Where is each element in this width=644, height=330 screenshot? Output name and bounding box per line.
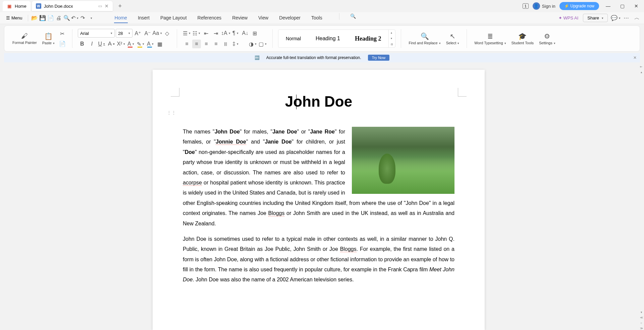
text-color2-icon[interactable]: A▾ — [146, 40, 155, 48]
increase-indent-icon[interactable]: ⇥ — [212, 29, 220, 38]
style-down-icon[interactable]: ▾ — [389, 36, 395, 41]
upgrade-button[interactable]: ⚡ Upgrade now — [559, 2, 599, 10]
font-color-icon[interactable]: A▾ — [126, 40, 135, 48]
numbering-icon[interactable]: ☷▾ — [192, 29, 201, 38]
text-direction-icon[interactable]: ↕A▾ — [221, 29, 230, 38]
align-right-icon[interactable]: ≡ — [202, 40, 211, 48]
underline-icon[interactable]: U▾ — [97, 40, 106, 48]
shading-icon[interactable]: ▦ — [156, 40, 164, 48]
align-left-icon[interactable]: ≡ — [182, 40, 191, 48]
document-body[interactable]: The names "John Doe" for males, "Jane Do… — [183, 127, 454, 285]
strikethrough-icon[interactable]: A▾ — [107, 40, 116, 48]
style-more-icon[interactable]: ⊟ — [389, 42, 395, 47]
bullets-icon[interactable]: ☰▾ — [182, 29, 191, 38]
close-button[interactable]: ✕ — [631, 1, 641, 11]
tab-home[interactable]: Home — [114, 13, 128, 23]
document-page[interactable]: ⋮⋮ John Doe The names "John Doe" for mal… — [153, 70, 485, 330]
highlight-icon[interactable]: ✎▾ — [136, 40, 145, 48]
change-case-icon[interactable]: Aa▾ — [153, 29, 162, 38]
decrease-font-icon[interactable]: A⁻ — [143, 29, 152, 38]
clear-format-icon[interactable]: ◇ — [163, 29, 171, 38]
styles-gallery: Normal Heading 1 Heading 2 ▴ ▾ ⊟ — [278, 30, 396, 48]
tab-insert[interactable]: Insert — [137, 13, 150, 23]
print-icon[interactable]: 🖨 — [56, 15, 62, 21]
next-page-icon[interactable]: ≫ — [640, 327, 643, 330]
paragraph-2[interactable]: John Doe is sometimes used to refer to a… — [183, 234, 454, 285]
word-typesetting-button[interactable]: ≣ Word Typesetting▾ — [472, 31, 508, 47]
tab-developer[interactable]: Developer — [278, 13, 301, 23]
new-tab-button[interactable]: + — [114, 3, 126, 10]
prev-page-icon[interactable]: ≪ — [640, 316, 643, 319]
style-heading2[interactable]: Heading 2 — [347, 30, 389, 47]
more-quickaccess-icon[interactable]: ▾ — [88, 15, 94, 21]
increase-font-icon[interactable]: A⁺ — [133, 29, 142, 38]
scroll-up-icon[interactable]: ▴ — [641, 70, 642, 74]
fill-color-icon[interactable]: ◑▾ — [249, 40, 257, 48]
borders-icon[interactable]: ▢▾ — [258, 40, 267, 48]
share-button[interactable]: Share ▾ — [583, 14, 608, 22]
minimize-button[interactable]: — — [603, 1, 613, 11]
document-area: ⋮⋮ John Doe The names "John Doe" for mal… — [0, 64, 637, 330]
banner-close-icon[interactable]: ✕ — [633, 55, 637, 60]
document-tab[interactable]: W John Doe.docx ▭ ✕ — [32, 1, 113, 11]
page-nav-icon[interactable]: ○ — [640, 321, 642, 325]
italic-icon[interactable]: I — [88, 40, 96, 48]
maximize-button[interactable]: ▢ — [617, 1, 627, 11]
menu-label: Menu — [11, 15, 22, 20]
gear-icon: ⚙ — [544, 32, 550, 40]
tab-view[interactable]: View — [258, 13, 269, 23]
select-button[interactable]: ↖ Select▾ — [444, 31, 462, 46]
tab-review[interactable]: Review — [231, 13, 248, 23]
bold-icon[interactable]: B — [78, 40, 87, 48]
style-normal[interactable]: Normal — [278, 30, 308, 47]
justify-icon[interactable]: ≡ — [212, 40, 220, 48]
font-name-select[interactable]: Arial ▾ — [78, 29, 115, 38]
superscript-icon[interactable]: X²▾ — [117, 40, 125, 48]
style-heading1[interactable]: Heading 1 — [308, 30, 347, 47]
paste-button[interactable]: 📋 Paste▾ — [40, 31, 57, 46]
align-center-icon[interactable]: ≡ — [192, 40, 201, 48]
format-painter-button[interactable]: 🖌 Format Painter — [10, 31, 39, 46]
undo-icon[interactable]: ↶▾ — [72, 15, 78, 21]
style-up-icon[interactable]: ▴ — [389, 30, 395, 36]
collapse-ribbon-icon[interactable]: ︿ — [634, 15, 640, 21]
decrease-indent-icon[interactable]: ⇤ — [202, 29, 211, 38]
settings-button[interactable]: ⚙ Settings▾ — [537, 31, 557, 46]
tab-page-layout[interactable]: Page Layout — [160, 13, 187, 23]
print-preview-icon[interactable]: 🔍 — [64, 15, 70, 21]
tabs-icon[interactable]: ⊞ — [251, 29, 259, 38]
export-icon[interactable]: 📄 — [48, 15, 54, 21]
try-now-button[interactable]: Try Now — [368, 55, 390, 61]
cut-icon[interactable]: ✂ — [58, 29, 67, 38]
comments-icon[interactable]: 💬▾ — [612, 15, 619, 21]
drag-handle-icon[interactable]: ⋮⋮ — [167, 110, 176, 115]
sort-icon[interactable]: A↓ — [241, 29, 250, 38]
lightning-icon: ⚡ — [564, 4, 569, 8]
home-tab[interactable]: ▣ Home — [3, 1, 31, 11]
scroll-down-icon[interactable]: ▾ — [641, 311, 642, 314]
wps-ai-button[interactable]: ✦ WPS AI — [558, 15, 579, 20]
tab-close-icon[interactable]: ✕ — [105, 3, 109, 9]
tab-references[interactable]: References — [197, 13, 222, 23]
find-replace-button[interactable]: 🔍 Find and Replace▾ — [407, 31, 442, 47]
document-image[interactable] — [352, 127, 454, 194]
tab-minimize-icon[interactable]: ▭ — [98, 4, 102, 8]
sidebar-expand-icon[interactable]: ⇤ — [640, 65, 643, 68]
line-spacing-icon[interactable]: ‡▾ — [231, 40, 240, 48]
search-icon[interactable]: 🔍 — [350, 13, 356, 19]
wps-logo-icon: ▣ — [7, 3, 12, 9]
redo-icon[interactable]: ↷ — [80, 15, 86, 21]
distribute-icon[interactable]: ⫼ — [221, 40, 230, 48]
notification-badge[interactable]: 1 — [523, 3, 529, 9]
paragraph-mark-icon[interactable]: ¶▾ — [231, 29, 240, 38]
more-icon[interactable]: ⋯ — [623, 15, 629, 21]
copy-icon[interactable]: 📄 — [58, 39, 67, 48]
save-icon[interactable]: 💾 — [40, 15, 46, 21]
font-size-select[interactable]: 28 ▾ — [116, 29, 132, 38]
signin-button[interactable]: 👤 Sign in — [533, 2, 555, 10]
tab-tools[interactable]: Tools — [311, 13, 323, 23]
open-icon[interactable]: 📂 — [32, 15, 38, 21]
document-title[interactable]: John Doe — [183, 93, 454, 110]
student-tools-button[interactable]: 🎓 Student Tools — [509, 31, 536, 46]
menu-button[interactable]: ☰ Menu — [4, 14, 24, 22]
